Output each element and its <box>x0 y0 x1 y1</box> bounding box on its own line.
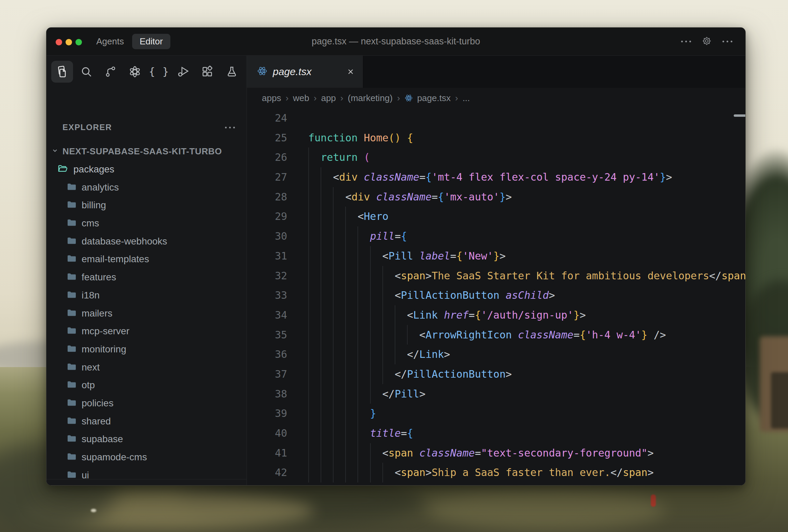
line-content[interactable]: <span>Ship a SaaS faster than ever.</spa… <box>308 463 653 482</box>
code-line[interactable]: 24 <box>247 108 745 128</box>
tree-item-analytics[interactable]: analytics <box>46 178 247 196</box>
code-line[interactable]: 30 pill={ <box>247 226 745 246</box>
extensions-icon[interactable] <box>197 61 219 83</box>
activity-bar: { } <box>51 56 243 87</box>
code-line[interactable]: 32 <span>The SaaS Starter Kit for ambiti… <box>247 266 745 286</box>
tree-root[interactable]: NEXT-SUPABASE-SAAS-KIT-TURBO <box>46 142 247 160</box>
line-content[interactable]: <PillActionButton asChild> <box>308 285 555 305</box>
indent-guide <box>357 305 358 325</box>
tree-item-mcp-server[interactable]: mcp-server <box>46 322 247 340</box>
tree-item-i18n[interactable]: i18n <box>46 286 247 305</box>
tree-item-packages[interactable]: packages <box>46 160 247 179</box>
indent-guide <box>321 305 321 325</box>
indent-guide <box>382 266 383 286</box>
testing-beaker-icon[interactable] <box>221 61 243 83</box>
code-line[interactable]: 39 } <box>247 404 745 423</box>
tree-item-billing[interactable]: billing <box>46 196 247 214</box>
line-content[interactable]: <div className={'mx-auto'}> <box>308 187 512 207</box>
tree-item-cms[interactable]: cms <box>46 214 247 233</box>
code-line[interactable]: 42 <span>Ship a SaaS faster than ever.</… <box>247 463 745 482</box>
line-content[interactable]: return ( <box>308 148 370 167</box>
source-control-icon[interactable] <box>100 61 122 83</box>
line-content[interactable]: <ArrowRightIcon className={'h-4 w-4'} /> <box>308 325 666 345</box>
overflow-ellipsis-icon[interactable] <box>722 41 732 42</box>
indent-guide <box>382 285 383 305</box>
wallpaper-speck <box>91 509 96 512</box>
line-content[interactable]: <div className={'mt-4 flex flex-col spac… <box>308 167 672 187</box>
code-line[interactable]: 25function Home() { <box>247 128 745 148</box>
code-line[interactable]: 38 </Pill> <box>247 384 745 404</box>
tab-agents[interactable]: Agents <box>90 36 130 47</box>
close-tab-icon[interactable] <box>347 68 355 76</box>
sidebar-section-outline[interactable]: OUTLINE <box>46 479 247 486</box>
code-token: className <box>518 329 574 341</box>
line-content[interactable]: <span>The SaaS Starter Kit for ambitious… <box>308 266 745 286</box>
gear-icon[interactable] <box>701 36 712 48</box>
line-content[interactable]: <Hero <box>308 207 389 226</box>
ai-chat-icon[interactable] <box>124 61 146 83</box>
line-content[interactable]: </Pill> <box>308 384 425 404</box>
tree-item-mailers[interactable]: mailers <box>46 304 247 322</box>
code-area[interactable]: 2425function Home() {26 return (27 <div … <box>247 108 745 485</box>
close-window-button[interactable] <box>56 39 62 45</box>
explorer-title: EXPLORER <box>62 123 112 132</box>
braces-icon[interactable]: { } <box>148 61 170 83</box>
tree-item-features[interactable]: features <box>46 268 247 286</box>
minimize-window-button[interactable] <box>66 39 72 45</box>
breadcrumb-item[interactable]: app <box>321 93 336 103</box>
tree-item-supabase[interactable]: supabase <box>46 430 247 448</box>
code-line[interactable]: 41 <span className="text-secondary-foreg… <box>247 443 745 463</box>
zoom-window-button[interactable] <box>75 39 82 45</box>
breadcrumb-item[interactable]: web <box>293 93 309 103</box>
code-line[interactable]: 36 </Link> <box>247 345 745 364</box>
tree-item-otp[interactable]: otp <box>46 376 247 394</box>
indent-guide <box>357 246 358 266</box>
explorer-more-icon[interactable] <box>225 127 235 128</box>
code-line[interactable]: 28 <div className={'mx-auto'}> <box>247 187 745 207</box>
line-content[interactable]: pill={ <box>308 226 407 246</box>
tab-bar: page.tsx <box>247 56 745 88</box>
breadcrumb-separator: › <box>285 93 289 103</box>
breadcrumb-item[interactable]: (marketing) <box>348 93 393 103</box>
explorer-files-icon[interactable] <box>51 61 73 83</box>
breadcrumb-item[interactable]: page.tsx <box>417 93 451 103</box>
code-line[interactable]: 40 title={ <box>247 423 745 443</box>
scrollbar-indicator[interactable] <box>734 114 745 117</box>
code-line[interactable]: 26 return ( <box>247 148 745 167</box>
code-line[interactable]: 31 <Pill label={'New'}> <box>247 246 745 266</box>
line-content[interactable]: function Home() { <box>308 128 413 148</box>
line-content[interactable]: </Link> <box>308 345 450 364</box>
run-debug-icon[interactable] <box>172 61 194 83</box>
code-line[interactable]: 34 <Link href={'/auth/sign-up'}> <box>247 305 745 325</box>
tree-item-database-webhooks[interactable]: database-webhooks <box>46 232 247 250</box>
code-token: > <box>499 250 506 262</box>
tree-item-next[interactable]: next <box>46 358 247 376</box>
more-ellipsis-icon[interactable] <box>681 41 691 42</box>
code-line[interactable]: 29 <Hero <box>247 207 745 226</box>
code-line[interactable]: 37 </PillActionButton> <box>247 364 745 384</box>
indent-guide <box>321 404 321 423</box>
tree-item-supamode-cms[interactable]: supamode-cms <box>46 448 247 466</box>
tree-item-email-templates[interactable]: email-templates <box>46 250 247 268</box>
code-line[interactable]: 35 <ArrowRightIcon className={'h-4 w-4'}… <box>247 325 745 345</box>
line-content[interactable]: title={ <box>308 423 413 443</box>
editor-tab-page-tsx[interactable]: page.tsx <box>247 56 363 88</box>
tree-item-monitoring[interactable]: monitoring <box>46 340 247 359</box>
line-content[interactable]: <Pill label={'New'}> <box>308 246 506 266</box>
code-token <box>499 289 506 301</box>
breadcrumb-item[interactable]: apps <box>262 93 281 103</box>
code-line[interactable]: 27 <div className={'mt-4 flex flex-col s… <box>247 167 745 187</box>
code-token: "text-secondary-foreground" <box>481 447 648 459</box>
indent-guide <box>370 266 371 286</box>
breadcrumb-item[interactable]: ... <box>463 93 470 103</box>
line-content[interactable]: <Link href={'/auth/sign-up'}> <box>308 305 586 325</box>
tree-item-policies[interactable]: policies <box>46 394 247 412</box>
code-line[interactable]: 33 <PillActionButton asChild> <box>247 285 745 305</box>
line-content[interactable]: <span className="text-secondary-foregrou… <box>308 443 653 463</box>
line-content[interactable]: </PillActionButton> <box>308 364 512 384</box>
tree-item-ui[interactable]: ui <box>46 466 247 480</box>
line-content[interactable]: } <box>308 404 376 423</box>
search-icon[interactable] <box>75 61 97 83</box>
code-token: </ <box>610 466 623 478</box>
tree-item-shared[interactable]: shared <box>46 412 247 430</box>
